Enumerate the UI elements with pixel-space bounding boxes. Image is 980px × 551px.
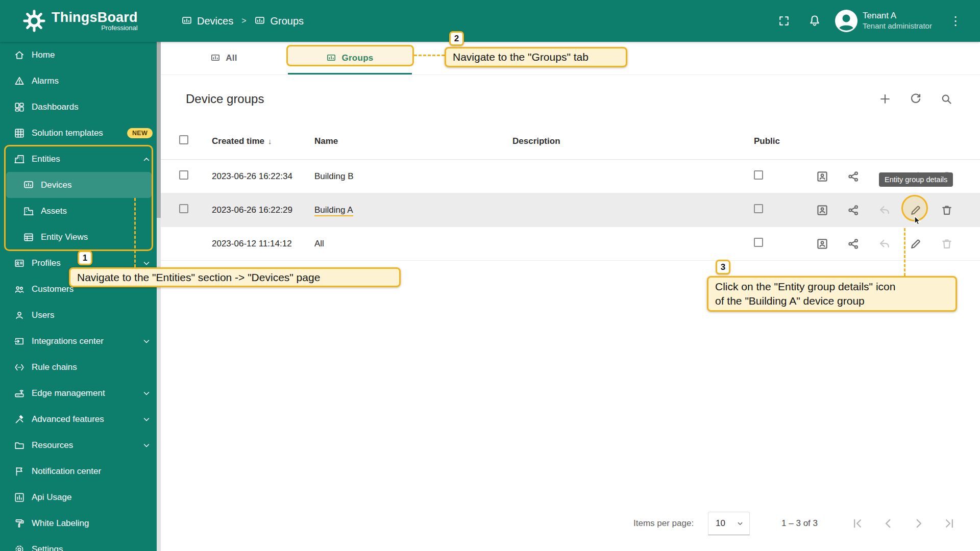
page-title: Device groups: [186, 92, 264, 106]
chevron-left-icon: [881, 517, 895, 530]
sort-desc-icon: ↓: [268, 137, 272, 145]
items-per-page-label: Items per page:: [633, 518, 694, 529]
sidebar-item-alarms[interactable]: Alarms: [0, 68, 161, 94]
person-icon: [14, 310, 25, 321]
add-group-button[interactable]: [878, 92, 892, 106]
user-name: Tenant A: [863, 11, 940, 21]
breadcrumb-devices[interactable]: Devices: [181, 15, 233, 27]
public-checkbox[interactable]: [754, 170, 763, 180]
select-all-checkbox[interactable]: [179, 135, 188, 144]
chart-icon: [14, 492, 25, 503]
column-public: Public: [754, 136, 800, 146]
delete-button[interactable]: [940, 237, 954, 251]
entity-group-details-button[interactable]: [909, 203, 923, 217]
table-row-all[interactable]: 2023-06-12 11:14:12 All: [161, 227, 980, 261]
logo[interactable]: ThingsBoard Professional: [0, 9, 161, 33]
column-name[interactable]: Name: [314, 136, 512, 146]
search-button[interactable]: [939, 92, 953, 106]
cell-created-time: 2023-06-12 11:14:12: [212, 239, 314, 249]
sidebar-item-advanced-features[interactable]: Advanced features: [0, 406, 161, 432]
chevron-down-icon: [141, 388, 152, 398]
assignment-ind-icon: [816, 204, 829, 217]
fullscreen-button[interactable]: [777, 14, 791, 28]
share-icon: [847, 237, 860, 251]
share-button[interactable]: [846, 237, 861, 251]
avatar[interactable]: [834, 9, 859, 33]
sidebar-item-white-labeling[interactable]: White Labeling: [0, 510, 161, 536]
tab-all[interactable]: All: [161, 42, 287, 74]
share-button[interactable]: [846, 203, 861, 217]
sidebar-item-edge-management[interactable]: Edge management: [0, 380, 161, 406]
last-page-button[interactable]: [942, 516, 957, 531]
sidebar-item-profiles[interactable]: Profiles: [0, 250, 161, 276]
delete-button[interactable]: [940, 169, 954, 184]
sidebar-item-home[interactable]: Home: [0, 42, 161, 68]
new-badge: NEW: [127, 128, 153, 138]
row-checkbox[interactable]: [179, 204, 188, 213]
cell-name: Building B: [314, 171, 512, 182]
first-page-button[interactable]: [850, 516, 865, 531]
sidebar-item-integrations-center[interactable]: Integrations center: [0, 328, 161, 354]
next-page-button[interactable]: [912, 516, 926, 531]
edit-icon: [909, 204, 922, 217]
tab-groups[interactable]: Groups: [287, 42, 413, 74]
table-row-building-b[interactable]: 2023-06-26 16:22:34 Building B: [161, 160, 980, 193]
refresh-button[interactable]: [909, 92, 923, 106]
fullscreen-icon: [777, 14, 791, 28]
sidebar-item-rule-chains[interactable]: Rule chains: [0, 354, 161, 380]
cell-name: All: [314, 239, 512, 249]
edit-icon: [909, 237, 922, 251]
page-size-select[interactable]: 10: [708, 512, 750, 535]
sidebar: Home Alarms Dashboards Solution template…: [0, 42, 161, 551]
previous-page-button[interactable]: [881, 516, 895, 531]
sidebar-item-notification-center[interactable]: Notification center: [0, 458, 161, 484]
grid-icon: [14, 128, 25, 139]
input-icon: [14, 336, 25, 347]
sidebar-item-resources[interactable]: Resources: [0, 432, 161, 458]
sidebar-item-dashboards[interactable]: Dashboards: [0, 94, 161, 120]
make-private-button[interactable]: [877, 237, 892, 251]
assignment-ind-icon: [816, 237, 829, 251]
sidebar-item-customers[interactable]: Customers: [0, 276, 161, 302]
delete-button[interactable]: [940, 203, 954, 217]
column-created-time[interactable]: Created time↓: [212, 136, 314, 146]
make-private-button[interactable]: [877, 169, 892, 184]
sidebar-item-assets[interactable]: Assets: [0, 198, 161, 224]
bell-icon: [807, 14, 822, 28]
group-permissions-button[interactable]: [815, 203, 829, 217]
group-permissions-button[interactable]: [815, 237, 829, 251]
sidebar-item-api-usage[interactable]: Api Usage: [0, 484, 161, 510]
make-private-button[interactable]: [877, 203, 892, 217]
reply-icon: [878, 237, 891, 251]
public-checkbox[interactable]: [754, 238, 763, 247]
sidebar-item-settings[interactable]: Settings: [0, 536, 161, 551]
devices-icon: [181, 15, 192, 27]
header-actions: Tenant A Tenant administrator ⋮: [777, 9, 980, 33]
edit-icon: [909, 170, 922, 183]
sidebar-item-entity-views[interactable]: Entity Views: [0, 224, 161, 250]
sidebar-item-users[interactable]: Users: [0, 302, 161, 328]
thingsboard-logo-icon: [22, 9, 46, 33]
reply-icon: [878, 204, 891, 217]
notifications-button[interactable]: [807, 14, 822, 28]
chevron-down-icon: [141, 414, 152, 424]
sidebar-item-entities[interactable]: Entities: [0, 146, 161, 172]
table-row-building-a[interactable]: 2023-06-26 16:22:29 Building A: [161, 193, 980, 227]
more-menu-button[interactable]: ⋮: [949, 15, 961, 27]
entity-group-details-button[interactable]: [909, 169, 923, 184]
app-edition: Professional: [52, 24, 138, 32]
row-checkbox[interactable]: [179, 170, 188, 180]
sidebar-scrollbar-thumb[interactable]: [157, 42, 161, 218]
sidebar-item-devices[interactable]: Devices: [6, 172, 152, 198]
construction-icon: [14, 414, 25, 425]
public-checkbox[interactable]: [754, 204, 763, 213]
group-permissions-button[interactable]: [815, 169, 829, 184]
paint-icon: [14, 518, 25, 529]
share-button[interactable]: [846, 169, 861, 184]
home-icon: [14, 49, 25, 61]
entity-group-details-button[interactable]: [909, 237, 923, 251]
account-icon: [834, 9, 859, 33]
breadcrumb-groups[interactable]: Groups: [254, 15, 304, 27]
sidebar-item-solution-templates[interactable]: Solution templates NEW: [0, 120, 161, 146]
column-description[interactable]: Description: [512, 136, 754, 146]
